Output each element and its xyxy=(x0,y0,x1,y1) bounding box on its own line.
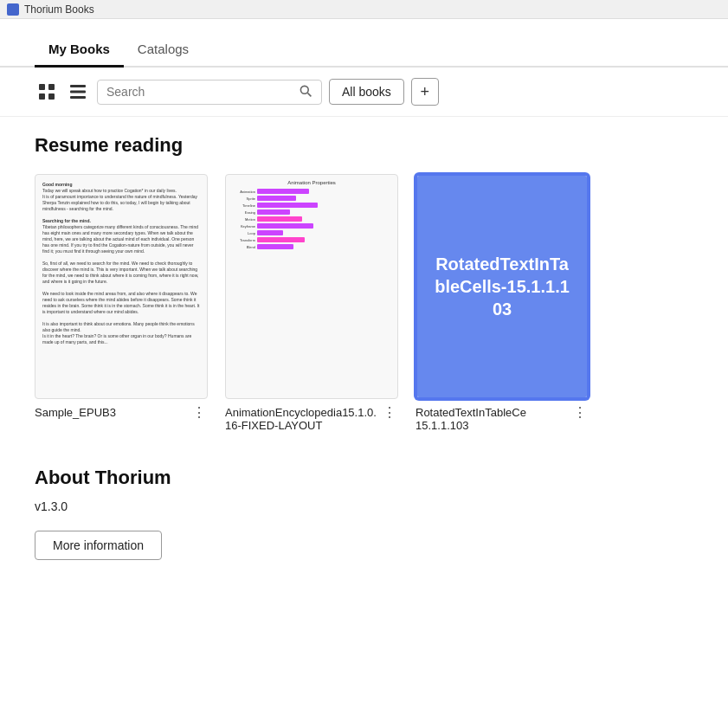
main-content: Resume reading Good morning Today we wil… xyxy=(0,117,728,577)
about-title: About Thorium xyxy=(35,467,693,489)
animation-bar-label: Timeline xyxy=(231,203,255,208)
animation-bar-row: Transform xyxy=(231,237,392,242)
animation-bar-label: Animation xyxy=(231,190,255,194)
animation-bar-row: Easing xyxy=(231,209,392,215)
animation-bars: AnimationSpriteTimelineEasingMotionKeyfr… xyxy=(231,189,392,251)
toolbar: All books + xyxy=(0,68,728,117)
animation-bar-label: Blend xyxy=(231,245,255,249)
animation-bar-fill xyxy=(257,223,313,229)
animation-bar-fill xyxy=(257,196,296,201)
book-card-rotated[interactable]: RotatedTextInTableCells-15.1.1.103 Rotat… xyxy=(416,174,589,432)
grid-view-button[interactable] xyxy=(35,80,59,104)
search-input[interactable] xyxy=(106,85,295,99)
search-icon xyxy=(299,84,312,98)
add-book-button[interactable]: + xyxy=(411,78,439,106)
svg-rect-1 xyxy=(48,84,55,90)
animation-preview: Animation Properties AnimationSpriteTime… xyxy=(226,175,397,398)
animation-bar-row: Motion xyxy=(231,216,392,222)
animation-bar-label: Easing xyxy=(231,210,255,215)
animation-title-bar: Animation Properties xyxy=(231,180,392,185)
animation-bar-fill xyxy=(257,237,305,242)
animation-bar-label: Loop xyxy=(231,231,255,235)
animation-bar-row: Keyframe xyxy=(231,223,392,229)
book-title-sample-epub3: Sample_EPUB3 xyxy=(35,406,190,419)
svg-rect-0 xyxy=(39,84,45,90)
animation-bar-fill xyxy=(257,216,302,222)
animation-bar-row: Loop xyxy=(231,230,392,235)
book-title-animation: AnimationEncyclopedia15.1.0.16-FIXED-LAY… xyxy=(225,406,381,432)
app-icon xyxy=(7,3,19,16)
animation-bar-row: Sprite xyxy=(231,196,392,201)
book-menu-rotated[interactable]: ⋮ xyxy=(571,406,589,420)
book-info-animation: AnimationEncyclopedia15.1.0.16-FIXED-LAY… xyxy=(225,406,398,432)
titlebar: Thorium Books xyxy=(0,0,728,19)
svg-point-7 xyxy=(300,86,308,93)
resume-reading-section: Resume reading Good morning Today we wil… xyxy=(35,134,693,432)
svg-rect-4 xyxy=(70,85,86,87)
book-menu-animation[interactable]: ⋮ xyxy=(381,406,398,420)
rotated-cover-text: RotatedTextInTableCells-15.1.1.103 xyxy=(431,253,573,320)
grid-icon xyxy=(38,83,55,100)
all-books-button[interactable]: All books xyxy=(329,79,404,105)
version-text: v1.3.0 xyxy=(35,499,693,513)
nav-tabs: My Books Catalogs xyxy=(0,19,728,68)
animation-bar-label: Sprite xyxy=(231,196,255,201)
book-info-sample-epub3: Sample_EPUB3 ⋮ xyxy=(35,406,208,420)
book-menu-sample-epub3[interactable]: ⋮ xyxy=(190,406,208,420)
svg-rect-6 xyxy=(70,96,86,99)
resume-reading-title: Resume reading xyxy=(35,134,693,157)
list-icon xyxy=(69,83,87,100)
animation-bar-fill xyxy=(257,209,290,215)
tab-my-books[interactable]: My Books xyxy=(35,31,124,68)
search-box xyxy=(97,80,322,105)
rotated-cover-bg: RotatedTextInTableCells-15.1.1.103 xyxy=(417,176,587,397)
svg-rect-3 xyxy=(48,93,55,100)
animation-bar-fill xyxy=(257,244,293,249)
animation-bar-label: Keyframe xyxy=(231,224,255,229)
animation-bar-fill xyxy=(257,230,283,235)
svg-rect-2 xyxy=(39,93,45,100)
epub3-preview: Good morning Today we will speak about h… xyxy=(35,175,207,398)
about-section: About Thorium v1.3.0 More information xyxy=(35,467,693,560)
book-card-animation[interactable]: Animation Properties AnimationSpriteTime… xyxy=(225,174,398,432)
window-title: Thorium Books xyxy=(24,3,94,16)
animation-bar-fill xyxy=(257,203,318,208)
book-cover-rotated[interactable]: RotatedTextInTableCells-15.1.1.103 xyxy=(416,174,589,399)
svg-rect-5 xyxy=(70,91,86,93)
book-cover-animation[interactable]: Animation Properties AnimationSpriteTime… xyxy=(225,174,398,399)
book-info-rotated: RotatedTextInTableCe 15.1.1.103 ⋮ xyxy=(416,406,589,432)
animation-bar-label: Motion xyxy=(231,217,255,222)
book-card-sample-epub3[interactable]: Good morning Today we will speak about h… xyxy=(35,174,208,432)
animation-bar-row: Blend xyxy=(231,244,392,249)
animation-bar-row: Animation xyxy=(231,189,392,194)
tab-catalogs[interactable]: Catalogs xyxy=(124,31,203,68)
search-button[interactable] xyxy=(295,84,312,100)
animation-bar-row: Timeline xyxy=(231,203,392,208)
animation-bar-fill xyxy=(257,189,309,194)
more-info-button[interactable]: More information xyxy=(35,531,162,560)
list-view-button[interactable] xyxy=(66,80,90,104)
svg-line-8 xyxy=(307,93,311,96)
book-cover-sample-epub3[interactable]: Good morning Today we will speak about h… xyxy=(35,174,208,399)
book-title-rotated: RotatedTextInTableCe 15.1.1.103 xyxy=(416,406,571,432)
animation-bar-label: Transform xyxy=(231,238,255,242)
book-grid: Good morning Today we will speak about h… xyxy=(35,174,693,432)
